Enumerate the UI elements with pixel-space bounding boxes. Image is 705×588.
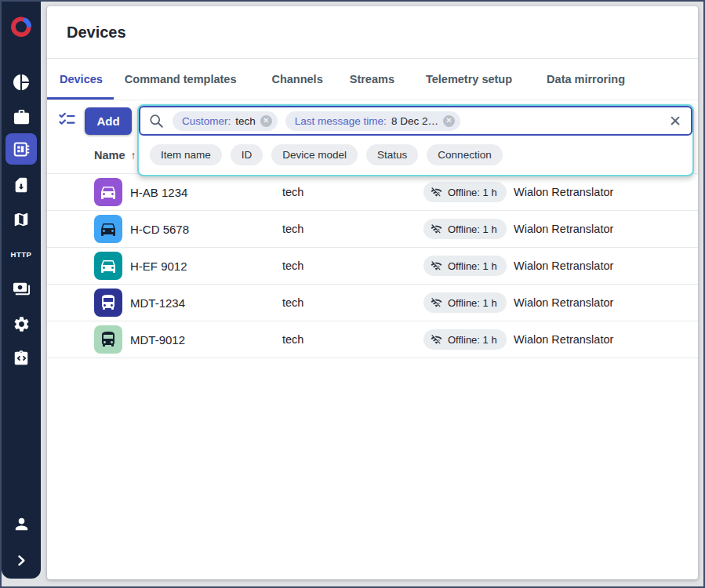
checklist-icon	[58, 110, 76, 128]
main-panel: Devices Devices Command templates Channe…	[47, 6, 698, 579]
sidebar-item-organization[interactable]	[2, 107, 41, 127]
tab-channels[interactable]: Channels	[260, 59, 333, 100]
filter-chip-last-message-time: Last message time: 8 Dec 2… ✕	[285, 111, 460, 131]
toolbar: Add Customer: tech ✕ Last message time: …	[47, 100, 698, 137]
remove-filter-icon[interactable]: ✕	[443, 115, 455, 127]
sidebar-item-account[interactable]	[2, 514, 41, 534]
car-front-icon	[94, 215, 122, 243]
flespi-logo	[2, 11, 41, 42]
tab-streams[interactable]: Streams	[339, 59, 405, 100]
add-button[interactable]: Add	[85, 107, 132, 135]
suggestion-chip-status[interactable]: Status	[366, 144, 418, 165]
device-name: MDT-1234	[130, 296, 185, 310]
payments-card-icon	[13, 280, 31, 298]
map-icon	[13, 211, 30, 228]
device-model-cell: Wialon Retranslator	[514, 333, 698, 346]
suggestion-chip-device-model[interactable]: Device model	[271, 144, 358, 165]
wifi-off-icon	[431, 223, 442, 235]
suggestion-chip-item-name[interactable]: Item name	[150, 144, 222, 165]
suggestion-chip-id[interactable]: ID	[231, 144, 263, 165]
sidebar-item-subscriptions[interactable]	[2, 278, 41, 299]
table-row[interactable]: MDT-9012 tech Offline: 1 h Wialon Retran…	[47, 321, 698, 358]
device-model-cell: Wialon Retranslator	[514, 223, 698, 235]
device-name: H-EF 9012	[130, 260, 187, 273]
customer-cell: tech	[282, 223, 423, 235]
gear-icon	[13, 315, 31, 333]
customer-cell: tech	[282, 260, 423, 272]
car-front-icon	[94, 252, 122, 280]
device-model-cell: Wialon Retranslator	[514, 186, 698, 198]
status-badge: Offline: 1 h	[423, 329, 507, 350]
page-header: Devices	[47, 6, 698, 59]
person-icon	[13, 515, 31, 533]
http-label: HTTP	[11, 250, 32, 259]
bus-front-icon	[94, 289, 122, 317]
tab-bar: Devices Command templates Channels Strea…	[47, 59, 698, 100]
sidebar-item-http[interactable]: HTTP	[2, 246, 41, 262]
code-badge-icon	[13, 350, 30, 367]
status-badge: Offline: 1 h	[423, 292, 507, 313]
filter-chip-customer: Customer: tech ✕	[173, 111, 278, 131]
device-name: MDT-9012	[130, 333, 185, 347]
status-badge: Offline: 1 h	[423, 219, 507, 239]
sidebar-item-sim-cards[interactable]	[2, 175, 41, 195]
table-row[interactable]: H-AB 1234 tech Offline: 1 h Wialon Retra…	[47, 174, 698, 211]
tab-telemetry-setup[interactable]: Telemetry setup	[415, 59, 523, 100]
table-row[interactable]: H-EF 9012 tech Offline: 1 h Wialon Retra…	[47, 248, 698, 285]
bus-front-icon	[94, 325, 122, 354]
table-row[interactable]: MDT-1234 tech Offline: 1 h Wialon Retran…	[47, 285, 698, 321]
sidebar-item-settings[interactable]	[2, 314, 41, 334]
wifi-off-icon	[431, 260, 442, 272]
status-badge: Offline: 1 h	[423, 182, 507, 202]
sidebar-item-tools[interactable]	[2, 348, 41, 368]
remove-filter-icon[interactable]: ✕	[260, 115, 272, 127]
sort-ascending-icon: ↑	[131, 149, 136, 162]
customer-cell: tech	[282, 333, 423, 346]
tab-devices[interactable]: Devices	[47, 59, 114, 100]
device-name: H-AB 1234	[130, 186, 187, 199]
search-suggestions: Item name ID Device model Status Connect…	[139, 136, 692, 175]
app-window: HTTP	[0, 0, 705, 588]
columns-settings-button[interactable]	[58, 110, 76, 131]
clear-search-icon[interactable]: ✕	[663, 114, 681, 129]
table-row[interactable]: H-CD 5678 tech Offline: 1 h Wialon Retra…	[47, 211, 698, 248]
pie-chart-icon	[12, 73, 31, 92]
device-table-body: H-AB 1234 tech Offline: 1 h Wialon Retra…	[47, 174, 698, 358]
customer-cell: tech	[282, 296, 423, 309]
search-widget: Customer: tech ✕ Last message time: 8 De…	[137, 104, 694, 176]
device-tracker-icon	[12, 140, 31, 159]
sidebar-item-analytics[interactable]	[2, 72, 41, 93]
logo-swirl-icon	[6, 12, 36, 42]
sidebar-expand-button[interactable]	[2, 550, 41, 571]
customer-cell: tech	[282, 186, 423, 198]
wifi-off-icon	[431, 297, 442, 309]
status-badge: Offline: 1 h	[423, 256, 507, 276]
device-name: H-CD 5678	[130, 223, 189, 236]
wifi-off-icon	[431, 334, 442, 346]
device-model-cell: Wialon Retranslator	[514, 260, 698, 272]
search-input[interactable]	[468, 114, 663, 127]
sidebar: HTTP	[2, 2, 41, 579]
car-front-icon	[94, 178, 122, 206]
column-header-name[interactable]: Name ↑	[47, 149, 136, 162]
briefcase-icon	[13, 108, 31, 126]
chevron-right-icon	[13, 553, 29, 568]
tab-command-templates[interactable]: Command templates	[114, 59, 248, 100]
search-input-row[interactable]: Customer: tech ✕ Last message time: 8 De…	[139, 106, 692, 136]
sidebar-item-geofences[interactable]	[2, 209, 41, 230]
tab-data-mirroring[interactable]: Data mirroring	[536, 59, 636, 100]
search-icon	[148, 113, 165, 129]
device-model-cell: Wialon Retranslator	[514, 296, 698, 309]
sim-card-icon	[13, 176, 30, 194]
wifi-off-icon	[431, 187, 442, 198]
page-title: Devices	[67, 24, 126, 42]
suggestion-chip-connection[interactable]: Connection	[427, 144, 502, 165]
sidebar-item-devices-active[interactable]	[5, 133, 37, 165]
